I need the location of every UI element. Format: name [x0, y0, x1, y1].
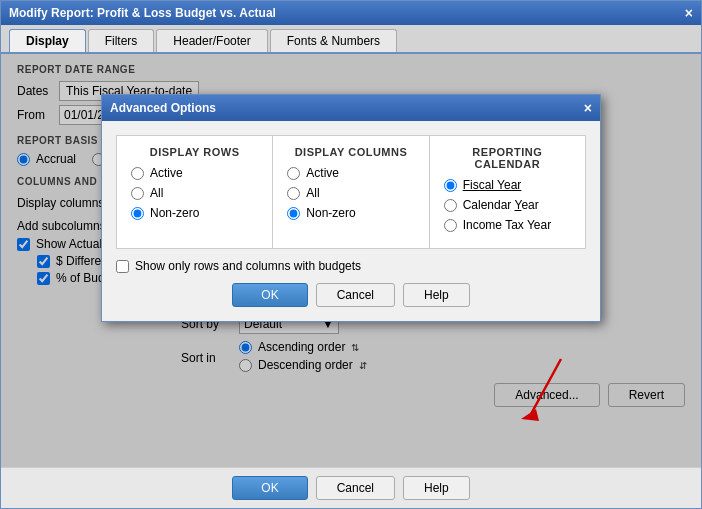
cols-all-radio-group: All	[287, 186, 414, 200]
display-columns-col: DISPLAY COLUMNS Active All	[273, 136, 429, 248]
dialog-columns-container: DISPLAY ROWS Active All No	[116, 135, 586, 249]
cols-all-label: All	[306, 186, 319, 200]
fiscal-year-radio-group: Fiscal Year	[444, 178, 571, 192]
show-budgets-row: Show only rows and columns with budgets	[116, 259, 586, 273]
rows-nonzero-radio-group: Non-zero	[131, 206, 258, 220]
display-rows-header: DISPLAY ROWS	[131, 146, 258, 158]
tab-header-footer[interactable]: Header/Footer	[156, 29, 267, 52]
main-content: REPORT DATE RANGE Dates This Fiscal Year…	[1, 54, 701, 467]
tab-fonts-numbers[interactable]: Fonts & Numbers	[270, 29, 397, 52]
advanced-options-overlay: Advanced Options × DISPLAY ROWS Active	[1, 54, 701, 467]
cols-active-radio[interactable]	[287, 167, 300, 180]
ok-button[interactable]: OK	[232, 476, 307, 500]
calendar-year-radio[interactable]	[444, 199, 457, 212]
rows-all-label: All	[150, 186, 163, 200]
help-button[interactable]: Help	[403, 476, 470, 500]
fiscal-year-label: Fiscal Year	[463, 178, 522, 192]
reporting-calendar-col: REPORTING CALENDAR Fiscal Year Calendar …	[430, 136, 585, 248]
rows-all-radio[interactable]	[131, 187, 144, 200]
dialog-help-button[interactable]: Help	[403, 283, 470, 307]
display-rows-col: DISPLAY ROWS Active All No	[117, 136, 273, 248]
title-bar: Modify Report: Profit & Loss Budget vs. …	[1, 1, 701, 25]
show-budgets-checkbox[interactable]	[116, 260, 129, 273]
dialog-cancel-button[interactable]: Cancel	[316, 283, 395, 307]
income-tax-year-label: Income Tax Year	[463, 218, 552, 232]
cols-nonzero-radio[interactable]	[287, 207, 300, 220]
dialog-title-bar: Advanced Options ×	[102, 95, 600, 121]
advanced-options-dialog: Advanced Options × DISPLAY ROWS Active	[101, 94, 601, 322]
show-budgets-label: Show only rows and columns with budgets	[135, 259, 361, 273]
dialog-close-button[interactable]: ×	[584, 100, 592, 116]
dialog-body: DISPLAY ROWS Active All No	[102, 121, 600, 321]
reporting-calendar-header: REPORTING CALENDAR	[444, 146, 571, 170]
dialog-title-text: Advanced Options	[110, 101, 216, 115]
income-tax-year-radio[interactable]	[444, 219, 457, 232]
rows-active-radio[interactable]	[131, 167, 144, 180]
dialog-button-row: OK Cancel Help	[116, 283, 586, 307]
fiscal-year-radio[interactable]	[444, 179, 457, 192]
rows-nonzero-radio[interactable]	[131, 207, 144, 220]
income-tax-year-radio-group: Income Tax Year	[444, 218, 571, 232]
cols-all-radio[interactable]	[287, 187, 300, 200]
cols-active-label: Active	[306, 166, 339, 180]
tab-bar: Display Filters Header/Footer Fonts & Nu…	[1, 25, 701, 54]
display-columns-header: DISPLAY COLUMNS	[287, 146, 414, 158]
rows-active-radio-group: Active	[131, 166, 258, 180]
tab-filters[interactable]: Filters	[88, 29, 155, 52]
window-title: Modify Report: Profit & Loss Budget vs. …	[9, 6, 276, 20]
dialog-ok-button[interactable]: OK	[232, 283, 307, 307]
cols-active-radio-group: Active	[287, 166, 414, 180]
rows-nonzero-label: Non-zero	[150, 206, 199, 220]
cols-nonzero-label: Non-zero	[306, 206, 355, 220]
main-window: Modify Report: Profit & Loss Budget vs. …	[0, 0, 702, 509]
bottom-button-bar: OK Cancel Help	[1, 467, 701, 508]
cols-nonzero-radio-group: Non-zero	[287, 206, 414, 220]
fiscal-year-label-text: Fiscal Year	[463, 178, 522, 192]
cancel-button[interactable]: Cancel	[316, 476, 395, 500]
tab-display[interactable]: Display	[9, 29, 86, 52]
calendar-year-label: Calendar Year	[463, 198, 539, 212]
calendar-year-radio-group: Calendar Year	[444, 198, 571, 212]
window-close-button[interactable]: ×	[685, 6, 693, 20]
rows-all-radio-group: All	[131, 186, 258, 200]
rows-active-label: Active	[150, 166, 183, 180]
